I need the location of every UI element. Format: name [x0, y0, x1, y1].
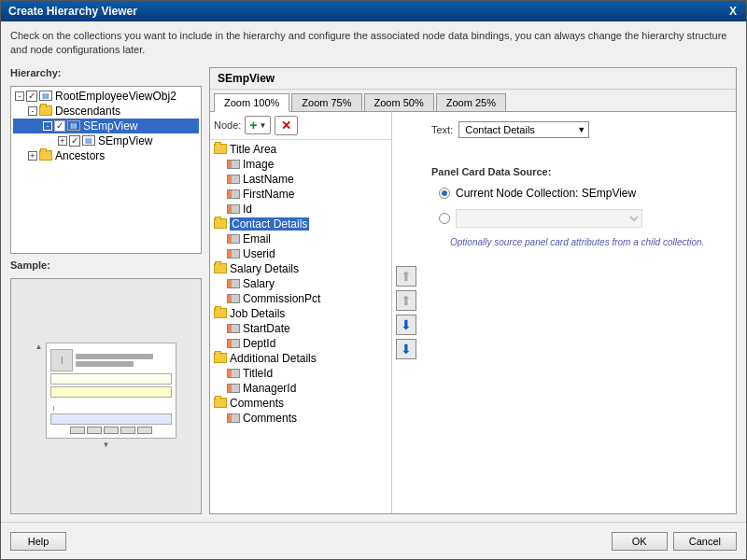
add-node-button[interactable]: + ▼: [245, 116, 271, 134]
expand-sempview2[interactable]: +: [58, 136, 67, 146]
description-text: Check on the collections you want to inc…: [10, 29, 737, 58]
cancel-button[interactable]: Cancel: [673, 532, 737, 551]
tab-zoom-25[interactable]: Zoom 25%: [436, 93, 506, 111]
bottom-bar: Help OK Cancel: [1, 522, 746, 559]
right-panel: SEmpView Zoom 100% Zoom 75% Zoom 50% Zoo…: [209, 67, 737, 514]
tab-zoom-50[interactable]: Zoom 50%: [364, 93, 434, 111]
node-item-startdate[interactable]: StartDate: [212, 321, 389, 336]
wf-btns: [50, 427, 172, 434]
field-icon-comments: [227, 413, 240, 423]
delete-node-button[interactable]: ✕: [275, 116, 298, 135]
item-label-startdate: StartDate: [243, 322, 290, 335]
expand-root[interactable]: -: [15, 91, 24, 101]
expand-descendants[interactable]: -: [28, 106, 37, 116]
node-item-managerid[interactable]: ManagerId: [212, 381, 389, 396]
child-collection-select[interactable]: [456, 209, 642, 228]
tree-label-root: RootEmployeeViewObj2: [55, 90, 176, 103]
expand-ancestors[interactable]: +: [28, 151, 37, 161]
node-item-id[interactable]: Id: [212, 202, 389, 217]
tab-zoom-75[interactable]: Zoom 75%: [291, 93, 361, 111]
tree-item-sempview1[interactable]: - ▤ SEmpView: [13, 119, 199, 133]
folder-icon-title-area: [214, 144, 227, 154]
node-item-firstname[interactable]: FirstName: [212, 187, 389, 202]
tab-zoom-100[interactable]: Zoom 100%: [214, 93, 289, 112]
node-item-commissionpct[interactable]: CommissionPct: [212, 291, 389, 306]
node-folder-contact-details[interactable]: Contact Details: [212, 217, 389, 231]
config-panel: Text: Contact Details Title Area Salary …: [420, 112, 736, 513]
text-select[interactable]: Contact Details Title Area Salary Detail…: [458, 121, 589, 138]
scroll-up[interactable]: ▲: [35, 343, 43, 351]
item-label-image: Image: [243, 158, 274, 171]
node-item-salary[interactable]: Salary: [212, 276, 389, 291]
folder-label-comments: Comments: [230, 397, 284, 410]
move-up-button[interactable]: ⬆: [396, 290, 416, 311]
hierarchy-box: - ▤ RootEmployeeViewObj2 - Descendants -: [10, 86, 202, 254]
left-panel: Hierarchy: - ▤ RootEmployeeViewObj2 - De…: [10, 67, 202, 514]
ok-button[interactable]: OK: [612, 532, 668, 551]
tree-item-sempview2[interactable]: + ▤ SEmpView: [13, 133, 199, 148]
folder-icon-salary: [214, 263, 227, 273]
tree-label-sempview1: SEmpView: [83, 119, 137, 133]
field-icon-firstname: [227, 189, 240, 199]
node-folder-comments[interactable]: Comments: [212, 396, 389, 411]
move-down-bottom-button[interactable]: ⬇: [396, 339, 416, 359]
wf-input2: [50, 386, 172, 398]
radio-current-node[interactable]: [439, 188, 450, 199]
folder-icon-ancestors: [39, 150, 52, 161]
item-label-comments: Comments: [243, 412, 297, 425]
item-label-userid: Userid: [243, 247, 275, 260]
node-folder-salary[interactable]: Salary Details: [212, 261, 389, 276]
folder-label-contact: Contact Details: [230, 217, 309, 231]
item-label-titleid: TitleId: [243, 367, 273, 380]
tree-item-root[interactable]: - ▤ RootEmployeeViewObj2: [13, 89, 199, 104]
expand-sempview1[interactable]: -: [43, 121, 52, 131]
help-button[interactable]: Help: [10, 532, 66, 551]
node-item-titleid[interactable]: TitleId: [212, 366, 389, 381]
move-up-top-button[interactable]: ⬆: [396, 266, 416, 287]
folder-label-salary: Salary Details: [230, 262, 299, 275]
wireframe: I I: [46, 343, 176, 439]
field-icon-id: [227, 204, 240, 214]
folder-icon-comments: [214, 398, 227, 408]
wf-input3: [50, 413, 172, 425]
tree-item-descendants[interactable]: - Descendants: [13, 104, 199, 119]
item-label-firstname: FirstName: [243, 188, 294, 201]
title-bar: Create Hierarchy Viewer X: [1, 1, 746, 21]
node-folder-additional[interactable]: Additional Details: [212, 351, 389, 366]
add-icon: +: [249, 118, 257, 133]
node-item-image[interactable]: Image: [212, 157, 389, 172]
item-label-commissionpct: CommissionPct: [243, 292, 320, 305]
sample-content: ▲ I: [11, 279, 201, 513]
text-select-wrapper: Contact Details Title Area Salary Detail…: [458, 121, 589, 138]
node-item-lastname[interactable]: LastName: [212, 172, 389, 187]
field-icon-commissionpct: [227, 294, 240, 303]
hierarchy-label: Hierarchy:: [10, 67, 202, 78]
node-folder-job[interactable]: Job Details: [212, 306, 389, 321]
radio-child[interactable]: [439, 213, 450, 224]
node-folder-title-area[interactable]: Title Area: [212, 142, 389, 157]
node-item-userid[interactable]: Userid: [212, 246, 389, 261]
checkbox-root[interactable]: [26, 91, 37, 102]
node-item-deptid[interactable]: DeptId: [212, 336, 389, 351]
scroll-down[interactable]: ▼: [103, 441, 110, 449]
checkbox-sempview2[interactable]: [69, 135, 80, 147]
node-item-email[interactable]: Email: [212, 231, 389, 246]
field-icon-image: [227, 160, 240, 169]
tree-label-sempview2: SEmpView: [98, 134, 152, 147]
folder-label-additional: Additional Details: [230, 352, 317, 365]
field-icon-managerid: [227, 384, 240, 393]
sample-label: Sample:: [10, 259, 202, 271]
node-label: Node:: [214, 119, 241, 131]
item-label-id: Id: [243, 203, 252, 216]
close-button[interactable]: X: [727, 5, 739, 18]
checkbox-sempview1[interactable]: [54, 120, 65, 132]
folder-label-job: Job Details: [230, 307, 285, 320]
main-area: Hierarchy: - ▤ RootEmployeeViewObj2 - De…: [10, 67, 737, 514]
item-label-lastname: LastName: [243, 173, 294, 186]
move-down-button[interactable]: ⬇: [396, 315, 416, 335]
tree-item-ancestors[interactable]: + Ancestors: [13, 148, 199, 163]
node-item-comments[interactable]: Comments: [212, 411, 389, 426]
node-tree: Title Area Image LastName: [210, 140, 391, 513]
view-icon-sempview1: ▤: [67, 120, 80, 131]
wf-input1: [50, 373, 172, 385]
